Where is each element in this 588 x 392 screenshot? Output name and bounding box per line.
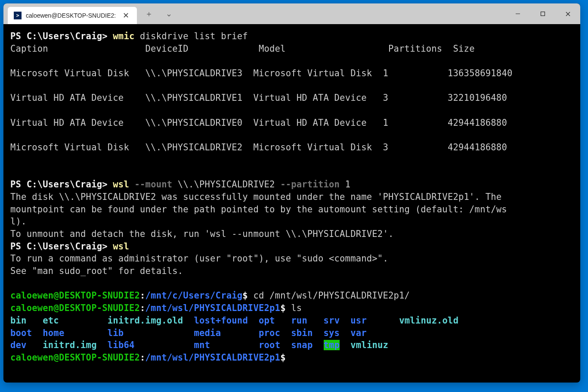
terminal-content[interactable]: PS C:\Users\Craig> wmic diskdrive list b… — [3, 24, 580, 370]
window-close-button[interactable] — [555, 3, 580, 24]
table-header: Caption DeviceID Model Partitions Size — [10, 43, 573, 55]
cmd-exe: wsl — [113, 179, 129, 190]
minimize-button[interactable] — [505, 3, 530, 24]
titlebar: caloewen@DESKTOP-SNUDIE2: ✕ ＋ ⌄ — [3, 3, 580, 24]
cmd-ls: ls — [291, 303, 302, 313]
new-tab-button[interactable]: ＋ — [140, 5, 158, 22]
ls-row: dev initrd.img lib64 mnt root snap tmp v… — [10, 339, 573, 352]
sudo-output: To run a command as administrator (user … — [10, 252, 573, 277]
close-icon[interactable]: ✕ — [121, 10, 131, 21]
linux-user-host: caloewen@DESKTOP-SNUDIE2 — [10, 352, 140, 363]
linux-path: /mnt/c/Users/Craig — [145, 290, 243, 301]
table-row: Microsoft Virtual Disk \\.\PHYSICALDRIVE… — [10, 67, 573, 80]
ps-prompt: PS C:\Users\Craig> — [10, 179, 108, 190]
linux-path: /mnt/wsl/PHYSICALDRIVE2p1 — [145, 352, 281, 363]
cmd-cd: cd /mnt/wsl/PHYSICALDRIVE2p1/ — [253, 290, 410, 301]
mount-output: The disk \\.\PHYSICALDRIVE2 was successf… — [10, 191, 573, 240]
svg-rect-1 — [541, 12, 545, 16]
cmd-exe: wmic — [113, 31, 134, 41]
cmd-arg: \\.\PHYSICALDRIVE2 — [178, 179, 275, 190]
table-row: Virtual HD ATA Device \\.\PHYSICALDRIVE1… — [10, 92, 573, 104]
table-row: Virtual HD ATA Device \\.\PHYSICALDRIVE0… — [10, 117, 573, 129]
ls-row: bin etc initrd.img.old lost+found opt ru… — [10, 314, 573, 327]
tab-dropdown-button[interactable]: ⌄ — [160, 5, 177, 22]
cmd-flag: --mount — [135, 179, 173, 190]
linux-user-host: caloewen@DESKTOP-SNUDIE2 — [10, 290, 140, 301]
window-controls — [505, 3, 580, 24]
tab-title: caloewen@DESKTOP-SNUDIE2: — [26, 12, 117, 19]
ls-row: boot home lib media proc sbin sys var — [10, 327, 573, 339]
ps-prompt: PS C:\Users\Craig> — [10, 241, 108, 252]
tab-actions: ＋ ⌄ — [137, 3, 177, 24]
ps-prompt: PS C:\Users\Craig> — [10, 31, 108, 41]
table-row: Microsoft Virtual Disk \\.\PHYSICALDRIVE… — [10, 141, 573, 154]
chevron-down-icon: ⌄ — [166, 9, 172, 19]
maximize-button[interactable] — [530, 3, 555, 24]
linux-user-host: caloewen@DESKTOP-SNUDIE2 — [10, 303, 140, 313]
powershell-icon — [14, 12, 22, 19]
terminal-window: caloewen@DESKTOP-SNUDIE2: ✕ ＋ ⌄ PS C:\Us… — [3, 3, 580, 383]
cmd-arg: 1 — [345, 179, 351, 190]
linux-path: /mnt/wsl/PHYSICALDRIVE2p1 — [145, 303, 281, 313]
cmd-exe: wsl — [113, 241, 129, 252]
tab-active[interactable]: caloewen@DESKTOP-SNUDIE2: ✕ — [8, 7, 137, 24]
cmd-flag: --partition — [280, 179, 340, 190]
cmd-args: diskdrive list brief — [140, 31, 248, 41]
